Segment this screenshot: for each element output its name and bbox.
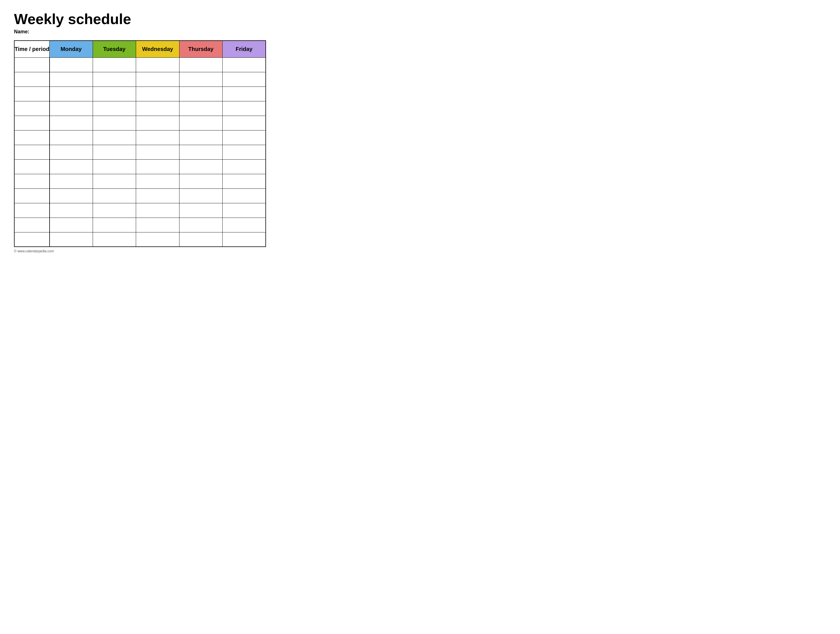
schedule-cell[interactable] xyxy=(223,188,266,203)
schedule-cell[interactable] xyxy=(223,72,266,87)
time-cell[interactable] xyxy=(14,72,50,87)
schedule-cell[interactable] xyxy=(179,188,222,203)
schedule-cell[interactable] xyxy=(223,174,266,188)
table-row[interactable] xyxy=(14,188,266,203)
schedule-cell[interactable] xyxy=(179,145,222,159)
time-cell[interactable] xyxy=(14,188,50,203)
schedule-cell[interactable] xyxy=(136,203,179,218)
schedule-cell[interactable] xyxy=(50,188,93,203)
time-cell[interactable] xyxy=(14,145,50,159)
schedule-cell[interactable] xyxy=(50,72,93,87)
table-row[interactable] xyxy=(14,145,266,159)
schedule-cell[interactable] xyxy=(50,145,93,159)
schedule-cell[interactable] xyxy=(136,87,179,101)
table-row[interactable] xyxy=(14,203,266,218)
table-row[interactable] xyxy=(14,218,266,232)
time-cell[interactable] xyxy=(14,115,50,130)
schedule-cell[interactable] xyxy=(223,218,266,232)
schedule-cell[interactable] xyxy=(136,174,179,188)
table-row[interactable] xyxy=(14,57,266,72)
schedule-cell[interactable] xyxy=(136,159,179,174)
schedule-cell[interactable] xyxy=(179,218,222,232)
schedule-cell[interactable] xyxy=(93,159,136,174)
time-cell[interactable] xyxy=(14,174,50,188)
page-title: Weekly schedule xyxy=(14,11,266,27)
schedule-cell[interactable] xyxy=(179,232,222,247)
schedule-cell[interactable] xyxy=(223,130,266,145)
schedule-cell[interactable] xyxy=(136,232,179,247)
schedule-cell[interactable] xyxy=(136,188,179,203)
schedule-cell[interactable] xyxy=(179,203,222,218)
schedule-cell[interactable] xyxy=(179,115,222,130)
schedule-cell[interactable] xyxy=(50,101,93,115)
schedule-cell[interactable] xyxy=(93,115,136,130)
schedule-cell[interactable] xyxy=(223,87,266,101)
time-cell[interactable] xyxy=(14,101,50,115)
schedule-cell[interactable] xyxy=(50,115,93,130)
schedule-cell[interactable] xyxy=(223,232,266,247)
time-cell[interactable] xyxy=(14,159,50,174)
footer-text: © www.calendarpedia.com xyxy=(14,249,266,253)
table-row[interactable] xyxy=(14,159,266,174)
schedule-cell[interactable] xyxy=(93,188,136,203)
schedule-cell[interactable] xyxy=(93,87,136,101)
table-header-row: Time / period Monday Tuesday Wednesday T… xyxy=(14,41,266,57)
schedule-cell[interactable] xyxy=(50,159,93,174)
schedule-cell[interactable] xyxy=(93,232,136,247)
schedule-cell[interactable] xyxy=(50,130,93,145)
schedule-cell[interactable] xyxy=(93,57,136,72)
schedule-cell[interactable] xyxy=(136,115,179,130)
schedule-cell[interactable] xyxy=(223,145,266,159)
table-row[interactable] xyxy=(14,72,266,87)
schedule-cell[interactable] xyxy=(136,218,179,232)
schedule-cell[interactable] xyxy=(223,101,266,115)
schedule-cell[interactable] xyxy=(136,101,179,115)
schedule-cell[interactable] xyxy=(223,159,266,174)
header-friday: Friday xyxy=(223,41,266,57)
time-cell[interactable] xyxy=(14,130,50,145)
schedule-cell[interactable] xyxy=(93,218,136,232)
table-row[interactable] xyxy=(14,130,266,145)
table-row[interactable] xyxy=(14,115,266,130)
schedule-cell[interactable] xyxy=(93,203,136,218)
time-cell[interactable] xyxy=(14,232,50,247)
name-label: Name: xyxy=(14,29,266,35)
schedule-cell[interactable] xyxy=(93,101,136,115)
schedule-cell[interactable] xyxy=(136,145,179,159)
schedule-cell[interactable] xyxy=(50,87,93,101)
schedule-cell[interactable] xyxy=(179,57,222,72)
schedule-cell[interactable] xyxy=(93,72,136,87)
table-row[interactable] xyxy=(14,174,266,188)
schedule-cell[interactable] xyxy=(136,57,179,72)
schedule-cell[interactable] xyxy=(93,130,136,145)
schedule-cell[interactable] xyxy=(179,72,222,87)
schedule-cell[interactable] xyxy=(50,203,93,218)
schedule-cell[interactable] xyxy=(223,115,266,130)
schedule-cell[interactable] xyxy=(50,218,93,232)
header-time: Time / period xyxy=(14,41,50,57)
schedule-cell[interactable] xyxy=(136,130,179,145)
schedule-cell[interactable] xyxy=(179,130,222,145)
schedule-cell[interactable] xyxy=(136,72,179,87)
time-cell[interactable] xyxy=(14,218,50,232)
header-monday: Monday xyxy=(50,41,93,57)
schedule-cell[interactable] xyxy=(50,232,93,247)
header-wednesday: Wednesday xyxy=(136,41,179,57)
schedule-cell[interactable] xyxy=(179,174,222,188)
schedule-cell[interactable] xyxy=(179,87,222,101)
schedule-cell[interactable] xyxy=(50,57,93,72)
schedule-cell[interactable] xyxy=(50,174,93,188)
header-thursday: Thursday xyxy=(179,41,222,57)
time-cell[interactable] xyxy=(14,57,50,72)
schedule-cell[interactable] xyxy=(93,145,136,159)
table-row[interactable] xyxy=(14,232,266,247)
schedule-cell[interactable] xyxy=(93,174,136,188)
schedule-cell[interactable] xyxy=(179,159,222,174)
time-cell[interactable] xyxy=(14,203,50,218)
schedule-cell[interactable] xyxy=(223,203,266,218)
schedule-cell[interactable] xyxy=(179,101,222,115)
table-row[interactable] xyxy=(14,87,266,101)
table-row[interactable] xyxy=(14,101,266,115)
schedule-cell[interactable] xyxy=(223,57,266,72)
time-cell[interactable] xyxy=(14,87,50,101)
